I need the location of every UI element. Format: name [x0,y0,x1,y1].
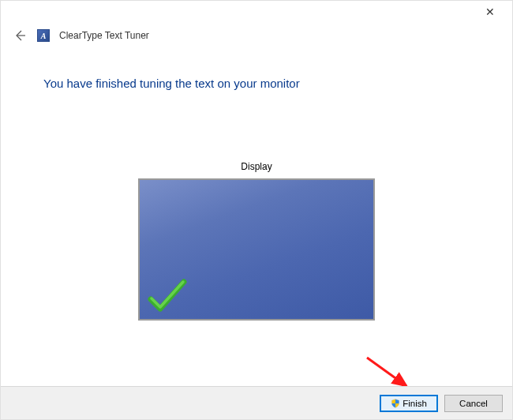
cancel-button-label: Cancel [459,399,488,408]
app-icon-letter: A [41,32,47,40]
cancel-button[interactable]: Cancel [444,395,503,412]
app-icon: A [37,29,50,42]
dialog-window: ✕ A ClearType Text Tuner You have finish… [0,0,513,420]
checkmark-icon [148,279,187,314]
display-area: Display [1,161,512,321]
monitor-preview [138,178,375,321]
header-row: A ClearType Text Tuner [1,23,512,43]
finish-button-label: Finish [403,399,427,408]
page-headline: You have finished tuning the text on you… [43,77,512,90]
back-arrow-icon [13,29,26,42]
button-bar: Finish Cancel [1,386,512,419]
titlebar: ✕ [1,1,512,23]
display-label: Display [1,161,512,172]
close-button[interactable]: ✕ [474,2,506,21]
back-button[interactable] [12,28,28,43]
close-icon: ✕ [485,6,495,18]
shield-icon [391,399,400,408]
window-title: ClearType Text Tuner [59,30,149,41]
svg-line-1 [367,358,406,386]
finish-button[interactable]: Finish [380,395,438,412]
